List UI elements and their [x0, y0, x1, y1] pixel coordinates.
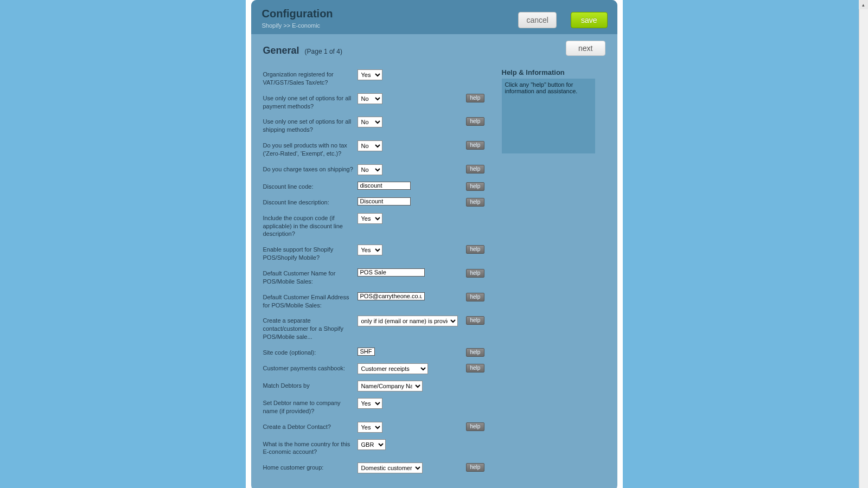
label-create-debtor-contact: Create a Debtor Contact?: [263, 422, 358, 431]
select-include-coupon[interactable]: Yes: [358, 213, 382, 224]
row-include-coupon: Include the coupon code (if applicable) …: [263, 213, 605, 239]
row-tax-on-shipping: Do you charge taxes on shipping? No help: [263, 164, 605, 175]
row-pos-customer-email: Default Customer Email Address for POS/M…: [263, 292, 605, 310]
label-home-country: What is the home country for this E-cono…: [263, 439, 358, 457]
help-button[interactable]: help: [466, 364, 485, 373]
row-pos-customer-name: Default Customer Name for POS/Mobile Sal…: [263, 268, 605, 286]
page-indicator: (Page 1 of 4): [305, 48, 342, 55]
label-zero-rated-products: Do you sell products with no tax ('Zero-…: [263, 140, 358, 158]
help-button[interactable]: help: [466, 165, 485, 174]
label-home-customer-group: Home customer group:: [263, 463, 358, 472]
select-tax-on-shipping[interactable]: No: [358, 164, 382, 175]
help-button[interactable]: help: [466, 245, 485, 254]
section-heading: General (Page 1 of 4): [263, 45, 605, 56]
input-discount-description[interactable]: [358, 197, 411, 206]
help-button[interactable]: help: [466, 182, 485, 191]
input-pos-customer-name[interactable]: [358, 268, 425, 277]
input-site-code[interactable]: [358, 348, 375, 356]
help-panel-text: Click any "help" button for information …: [502, 79, 595, 153]
label-pos-customer-email: Default Customer Email Address for POS/M…: [263, 292, 358, 310]
config-panel: Configuration Shopify >> E-conomic cance…: [251, 0, 617, 488]
row-home-customer-group: Home customer group: Domestic customers …: [263, 463, 605, 473]
select-separate-contact[interactable]: only if id (email or name) is provided: [358, 316, 458, 326]
cancel-button[interactable]: cancel: [518, 12, 556, 28]
label-cashbook: Customer payments cashbook:: [263, 363, 358, 373]
select-vat-registered[interactable]: Yes: [358, 69, 382, 80]
select-match-debtors[interactable]: Name/Company Name: [358, 381, 423, 391]
row-debtor-company-name: Set Debtor name to company name (if prov…: [263, 398, 605, 415]
label-one-payment-options: Use only one set of options for all paym…: [263, 93, 358, 111]
help-button[interactable]: help: [466, 269, 485, 278]
input-pos-customer-email[interactable]: [358, 292, 425, 300]
label-tax-on-shipping: Do you charge taxes on shipping?: [263, 164, 358, 174]
section-title: General: [263, 45, 299, 56]
select-home-customer-group[interactable]: Domestic customers: [358, 463, 423, 473]
help-button[interactable]: help: [466, 348, 485, 357]
help-button[interactable]: help: [466, 293, 485, 301]
label-vat-registered: Organization registered for VAT/GST/Sale…: [263, 69, 358, 87]
label-match-debtors: Match Debtors by: [263, 381, 358, 390]
row-home-country: What is the home country for this E-cono…: [263, 439, 605, 457]
scroll-up-icon[interactable]: ▴: [859, 0, 868, 9]
help-button[interactable]: help: [466, 422, 485, 431]
row-cashbook: Customer payments cashbook: Customer rec…: [263, 363, 605, 374]
select-debtor-company-name[interactable]: Yes: [358, 398, 382, 409]
help-button[interactable]: help: [466, 316, 485, 325]
label-debtor-company-name: Set Debtor name to company name (if prov…: [263, 398, 358, 415]
label-discount-code: Discount line code:: [263, 182, 358, 191]
select-create-debtor-contact[interactable]: Yes: [358, 422, 382, 433]
select-enable-pos[interactable]: Yes: [358, 245, 382, 255]
row-enable-pos: Enable support for Shopify POS/Shopify M…: [263, 245, 605, 262]
row-match-debtors: Match Debtors by Name/Company Name: [263, 381, 605, 391]
row-separate-contact: Create a separate contact/customer for a…: [263, 316, 605, 341]
help-button[interactable]: help: [466, 463, 485, 472]
vertical-scrollbar[interactable]: ▴: [859, 0, 868, 488]
label-one-shipping-options: Use only one set of options for all ship…: [263, 117, 358, 134]
input-discount-code[interactable]: [358, 182, 411, 190]
label-site-code: Site code (optional):: [263, 348, 358, 357]
help-button[interactable]: help: [466, 198, 485, 207]
label-discount-description: Discount line description:: [263, 197, 358, 207]
panel-header: Configuration Shopify >> E-conomic cance…: [251, 0, 617, 34]
row-create-debtor-contact: Create a Debtor Contact? Yes help: [263, 422, 605, 433]
select-home-country[interactable]: GBR: [358, 439, 386, 450]
row-site-code: Site code (optional): help: [263, 348, 605, 357]
label-enable-pos: Enable support for Shopify POS/Shopify M…: [263, 245, 358, 262]
row-discount-description: Discount line description: help: [263, 197, 605, 207]
label-separate-contact: Create a separate contact/customer for a…: [263, 316, 358, 341]
save-button[interactable]: save: [571, 12, 608, 28]
help-panel: Help & Information Click any "help" butt…: [502, 68, 595, 153]
select-one-shipping-options[interactable]: No: [358, 117, 382, 127]
select-zero-rated-products[interactable]: No: [358, 140, 382, 151]
row-discount-code: Discount line code: help: [263, 182, 605, 191]
help-panel-title: Help & Information: [502, 68, 595, 76]
next-button[interactable]: next: [566, 41, 605, 56]
help-button[interactable]: help: [466, 141, 485, 150]
help-button[interactable]: help: [466, 94, 485, 102]
select-cashbook[interactable]: Customer receipts: [358, 363, 428, 374]
select-one-payment-options[interactable]: No: [358, 93, 382, 104]
label-pos-customer-name: Default Customer Name for POS/Mobile Sal…: [263, 268, 358, 286]
label-include-coupon: Include the coupon code (if applicable) …: [263, 213, 358, 239]
help-button[interactable]: help: [466, 117, 485, 126]
